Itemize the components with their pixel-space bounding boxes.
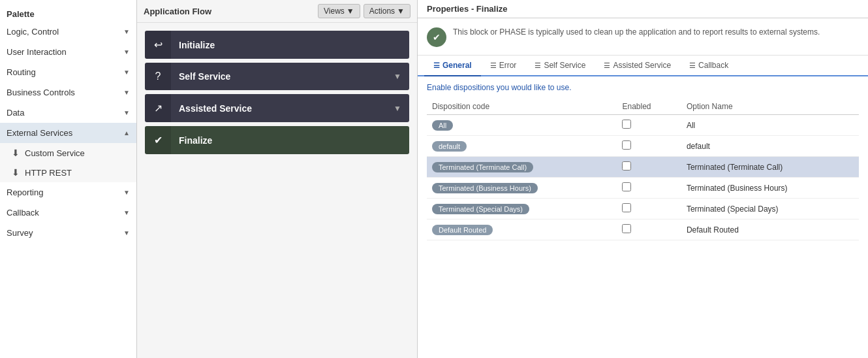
disposition-badge: Default Routed <box>432 225 493 235</box>
self-service-icon: ? <box>145 63 171 90</box>
sidebar-item-label: Custom Service <box>25 148 85 158</box>
option-name-input[interactable] <box>687 163 854 172</box>
sidebar-item-label: External Services <box>7 128 123 138</box>
disposition-code-cell: Terminated (Terminate Call) <box>427 157 617 178</box>
option-name-input[interactable] <box>687 184 854 193</box>
chevron-down-icon: ▼ <box>123 109 130 116</box>
properties-title: Properties - Finalize <box>418 0 868 18</box>
properties-description: ✔ This block or PHASE is typically used … <box>418 18 868 56</box>
flow-block-self-service[interactable]: ? Self Service ▼ <box>145 63 409 90</box>
option-name-input[interactable] <box>687 121 854 130</box>
disposition-badge: default <box>432 141 467 152</box>
sidebar-item-label: Data <box>7 108 123 118</box>
sidebar-item-data[interactable]: Data ▼ <box>0 103 136 123</box>
table-icon: ☰ <box>433 61 440 70</box>
chevron-down-icon: ▼ <box>123 28 130 35</box>
enabled-checkbox[interactable] <box>622 120 631 129</box>
download-icon: ⬇ <box>12 167 20 178</box>
disposition-badge: Terminated (Terminate Call) <box>432 162 533 172</box>
tab-callback[interactable]: ☰ Callback <box>680 56 737 76</box>
palette-title: Palette <box>0 5 136 22</box>
properties-tabs: ☰ General ☰ Error ☰ Self Service ☰ Assis… <box>418 56 868 76</box>
enabled-checkbox[interactable] <box>622 140 631 150</box>
table-icon: ☰ <box>689 61 696 70</box>
views-button[interactable]: Views ▼ <box>318 4 360 18</box>
table-row: All <box>427 115 859 136</box>
table-row: Terminated (Business Hours) <box>427 178 859 199</box>
sidebar-item-label: Survey <box>7 228 123 238</box>
chevron-down-icon: ▼ <box>397 7 405 16</box>
sidebar-item-user-interaction[interactable]: User Interaction ▼ <box>0 42 136 62</box>
tab-self-service[interactable]: ☰ Self Service <box>525 56 595 76</box>
flow-block-assisted-service[interactable]: ↗ Assisted Service ▼ <box>145 94 409 122</box>
tab-general[interactable]: ☰ General <box>424 56 481 76</box>
col-header-disposition: Disposition code <box>427 99 617 115</box>
chevron-down-icon: ▼ <box>123 189 130 196</box>
tab-assisted-service[interactable]: ☰ Assisted Service <box>595 56 680 76</box>
enabled-checkbox[interactable] <box>622 224 631 233</box>
enabled-cell[interactable] <box>617 136 681 157</box>
sidebar-item-logic-control[interactable]: Logic, Control ▼ <box>0 22 136 42</box>
flow-block-label: Self Service <box>171 63 386 90</box>
sidebar-item-http-rest[interactable]: ⬇ HTTP REST <box>0 163 136 182</box>
properties-panel: Properties - Finalize ✔ This block or PH… <box>418 0 868 358</box>
app-flow-panel: Application Flow Views ▼ Actions ▼ ↩ Ini… <box>137 0 418 358</box>
sidebar-item-callback[interactable]: Callback ▼ <box>0 203 136 223</box>
tab-error[interactable]: ☰ Error <box>481 56 526 76</box>
flow-block-finalize[interactable]: ✔ Finalize <box>145 126 409 154</box>
enabled-checkbox[interactable] <box>622 182 631 191</box>
sidebar-item-external-services[interactable]: External Services ▲ <box>0 123 136 143</box>
option-name-cell[interactable] <box>681 115 859 136</box>
flow-block-label: Assisted Service <box>171 95 386 122</box>
sidebar-item-label: HTTP REST <box>25 168 72 178</box>
sidebar-item-business-controls[interactable]: Business Controls ▼ <box>0 82 136 103</box>
option-name-cell[interactable] <box>681 178 859 199</box>
enabled-checkbox[interactable] <box>622 161 631 171</box>
chevron-down-icon: ▼ <box>123 69 130 76</box>
enabled-cell[interactable] <box>617 157 681 178</box>
disposition-table: Disposition code Enabled Option Name All… <box>427 99 859 240</box>
enabled-cell[interactable] <box>617 199 681 220</box>
disposition-badge: Terminated (Special Days) <box>432 204 529 214</box>
option-name-cell[interactable] <box>681 220 859 240</box>
option-name-cell[interactable] <box>681 136 859 157</box>
flow-block-initialize[interactable]: ↩ Initialize <box>145 31 409 59</box>
enabled-cell[interactable] <box>617 220 681 240</box>
disposition-code-cell: Terminated (Special Days) <box>427 199 617 220</box>
app-flow-title: Application Flow <box>144 7 211 16</box>
general-content: Enable dispositions you would like to us… <box>418 76 868 247</box>
enabled-checkbox[interactable] <box>622 203 631 212</box>
enabled-cell[interactable] <box>617 178 681 199</box>
option-name-input[interactable] <box>687 204 854 214</box>
flow-block-label: Finalize <box>171 127 409 154</box>
sidebar-item-label: Routing <box>7 67 123 77</box>
initialize-icon: ↩ <box>145 31 171 59</box>
disposition-code-cell: Terminated (Business Hours) <box>427 178 617 199</box>
option-name-cell[interactable] <box>681 157 859 178</box>
header-buttons: Views ▼ Actions ▼ <box>318 4 411 18</box>
enabled-cell[interactable] <box>617 115 681 136</box>
chevron-up-icon: ▲ <box>123 129 130 137</box>
main-area: Application Flow Views ▼ Actions ▼ ↩ Ini… <box>137 0 868 358</box>
col-header-enabled: Enabled <box>617 99 681 115</box>
option-name-input[interactable] <box>687 225 854 235</box>
sidebar-item-reporting[interactable]: Reporting ▼ <box>0 182 136 203</box>
option-name-input[interactable] <box>687 142 854 151</box>
disposition-badge: All <box>432 120 453 131</box>
check-icon: ✔ <box>427 27 446 47</box>
actions-button[interactable]: Actions ▼ <box>364 4 411 18</box>
chevron-down-icon: ▼ <box>386 72 409 81</box>
option-name-cell[interactable] <box>681 199 859 220</box>
flow-block-label: Initialize <box>171 32 409 58</box>
sidebar-item-survey[interactable]: Survey ▼ <box>0 223 136 243</box>
sidebar-item-custom-service[interactable]: ⬇ Custom Service <box>0 143 136 163</box>
sidebar-item-routing[interactable]: Routing ▼ <box>0 62 136 82</box>
table-row: Terminated (Special Days) <box>427 199 859 220</box>
chevron-down-icon: ▼ <box>123 209 130 216</box>
description-text: This block or PHASE is typically used to… <box>453 26 820 38</box>
finalize-icon: ✔ <box>145 126 171 154</box>
table-row: Terminated (Terminate Call) <box>427 157 859 178</box>
table-icon: ☰ <box>490 61 497 70</box>
disposition-code-cell: default <box>427 136 617 157</box>
chevron-down-icon: ▼ <box>123 89 130 96</box>
